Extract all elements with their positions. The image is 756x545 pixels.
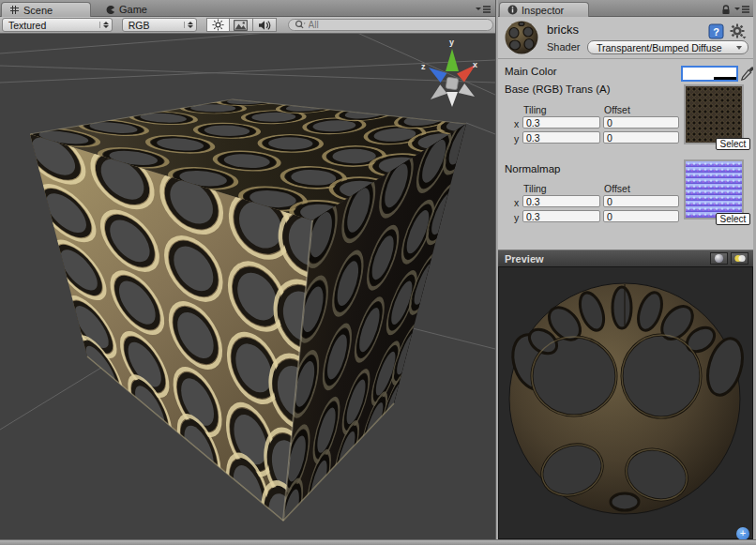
info-icon — [507, 5, 518, 15]
base-row-x-label: x — [514, 118, 519, 129]
normal-texture-thumbnail[interactable] — [684, 159, 744, 220]
preview-header: Preview — [498, 250, 753, 266]
panel-menu-icon — [475, 5, 491, 14]
gizmo-axis-label[interactable]: z — [421, 62, 426, 71]
gizmo-axis-label[interactable]: x — [473, 60, 477, 69]
normal-tiling-header: Tiling — [523, 183, 547, 194]
preview-lighting-button[interactable] — [731, 252, 748, 265]
scene-viewport[interactable]: yxz — [0, 34, 495, 539]
base-offset-header: Offset — [604, 104, 630, 115]
scene-tabbar: Scene Game — [0, 0, 495, 17]
preview-shaded-button[interactable] — [710, 252, 728, 265]
scene-panel: Scene Game Textured RGB — [0, 0, 495, 539]
scene-panel-menu[interactable] — [467, 2, 499, 17]
scene-search-input[interactable] — [309, 20, 468, 30]
base-select-button[interactable]: Select — [716, 138, 750, 150]
normal-offset-x-input[interactable] — [603, 195, 679, 207]
tab-scene-label: Scene — [23, 5, 53, 16]
normal-select-button[interactable]: Select — [716, 213, 750, 225]
base-tiling-x-input[interactable] — [522, 116, 600, 129]
preview-sphere — [499, 267, 752, 538]
main-color-swatch[interactable] — [681, 66, 738, 82]
sun-icon — [212, 19, 224, 31]
eyedropper-icon[interactable] — [740, 66, 754, 82]
updown-arrows-icon — [184, 22, 193, 28]
panel-menu-icon — [733, 5, 750, 14]
grid-icon — [9, 5, 20, 15]
two-circles-icon — [733, 253, 747, 264]
base-map-label: Base (RGB) Trans (A) — [505, 83, 610, 95]
render-channels-value: RGB — [129, 20, 150, 31]
normal-offset-y-input[interactable] — [603, 210, 679, 222]
base-offset-x-input[interactable] — [603, 116, 679, 129]
game-icon — [105, 5, 115, 15]
lock-icon — [721, 5, 731, 15]
draw-mode-dropdown[interactable]: Textured — [2, 18, 113, 32]
normal-row-x-label: x — [514, 197, 519, 208]
scene-audio-toggle[interactable] — [253, 18, 277, 32]
base-texture-thumbnail[interactable] — [684, 84, 744, 144]
shader-dropdown[interactable]: Transparent/Bumped Diffuse — [587, 40, 748, 54]
scene-effects-toggle[interactable] — [230, 18, 253, 32]
tab-scene[interactable]: Scene — [1, 2, 91, 17]
gizmo-axis-label[interactable]: y — [449, 38, 454, 47]
alpha-bar — [683, 77, 736, 80]
scene-search-box[interactable] — [288, 19, 493, 31]
render-channels-dropdown[interactable]: RGB — [122, 18, 197, 32]
normal-map-label: Normalmap — [505, 163, 560, 174]
scene-toolbar: Textured RGB — [0, 17, 495, 34]
draw-mode-value: Textured — [8, 20, 46, 31]
preview-add-button[interactable]: + — [736, 527, 749, 540]
chevron-down-icon — [736, 46, 742, 50]
base-tiling-header: Tiling — [523, 104, 547, 115]
base-tiling-y-input[interactable] — [522, 131, 600, 144]
normal-offset-header: Offset — [604, 183, 630, 194]
material-name: bricks — [547, 23, 579, 37]
speaker-icon — [258, 20, 271, 31]
material-header: bricks Shader Transparent/Bumped Diffuse… — [498, 17, 753, 59]
tab-inspector-label: Inspector — [522, 5, 564, 16]
normal-row-y-label: y — [514, 212, 519, 223]
inspector-panel-menu[interactable] — [732, 2, 752, 17]
image-icon — [234, 20, 248, 31]
shader-label: Shader — [547, 41, 580, 53]
help-icon[interactable]: ? — [708, 23, 724, 39]
gear-icon[interactable] — [730, 23, 747, 39]
sphere-icon — [714, 253, 724, 264]
updown-arrows-icon — [99, 22, 109, 28]
main-color-label: Main Color — [505, 66, 557, 77]
shader-value: Transparent/Bumped Diffuse — [597, 42, 722, 53]
preview-title: Preview — [505, 253, 544, 265]
base-offset-y-input[interactable] — [603, 131, 679, 144]
material-ball-icon — [504, 20, 539, 55]
inspector-lock[interactable] — [719, 2, 733, 17]
normal-tiling-x-input[interactable] — [522, 195, 600, 207]
material-preview-area[interactable]: + — [498, 266, 753, 539]
search-icon — [295, 20, 307, 30]
svg-text:?: ? — [713, 26, 719, 38]
normal-tiling-y-input[interactable] — [522, 210, 600, 222]
inspector-panel: Inspector — [498, 0, 753, 539]
inspector-tabbar: Inspector — [498, 0, 753, 17]
scene-lighting-toggle[interactable] — [206, 18, 230, 32]
base-row-y-label: y — [514, 133, 519, 144]
status-bar — [0, 539, 756, 545]
tab-game-label: Game — [119, 4, 147, 15]
tab-game[interactable]: Game — [98, 2, 155, 17]
tab-inspector[interactable]: Inspector — [499, 2, 589, 17]
